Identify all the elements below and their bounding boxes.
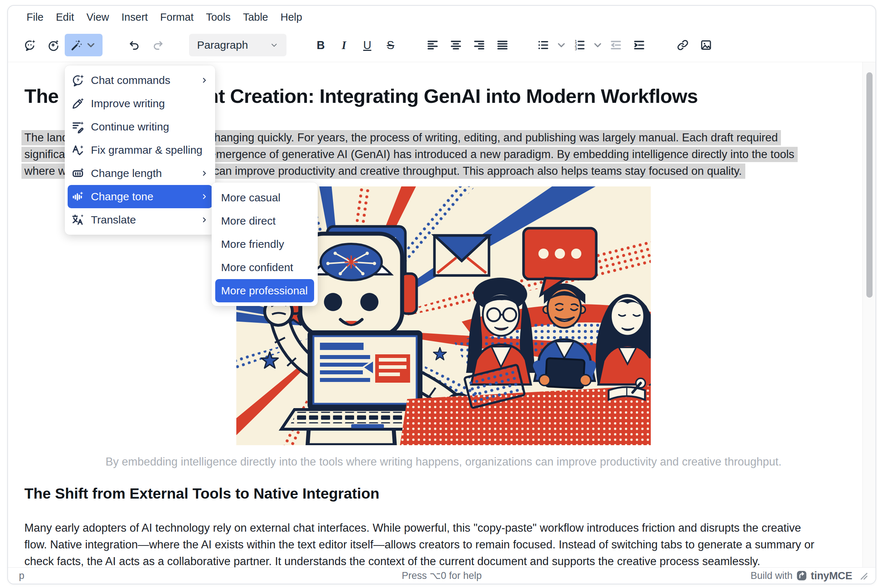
chevron-down-icon <box>592 39 604 51</box>
redo-icon <box>152 39 164 51</box>
align-left-button[interactable] <box>421 34 444 56</box>
align-left-icon <box>427 39 439 51</box>
body-paragraph-line: flow. Native integration—where the AI ex… <box>24 536 863 553</box>
menu-item-label: Chat commands <box>91 74 194 87</box>
ai-chat-icon <box>24 39 36 51</box>
strikethrough-button[interactable]: S <box>379 34 402 56</box>
branding-prefix: Build with <box>751 570 793 582</box>
menu-item-continue-writing[interactable]: Continue writing <box>65 115 215 138</box>
image-caption: By embedding intelligence directly into … <box>24 455 863 468</box>
submenu-item-more-direct[interactable]: More direct <box>212 209 318 232</box>
toolbar: Paragraph B I U S <box>8 28 876 62</box>
menu-item-label: Improve writing <box>91 98 209 110</box>
undo-icon <box>128 39 141 51</box>
menu-item-improve-writing[interactable]: Improve writing <box>65 92 215 115</box>
italic-button[interactable]: I <box>332 34 356 56</box>
format-select[interactable]: Paragraph <box>189 34 287 56</box>
undo-button[interactable] <box>123 34 146 56</box>
italic-icon: I <box>342 40 346 51</box>
submenu-item-more-professional[interactable]: More professional <box>215 279 314 302</box>
branding-name[interactable]: tinyMCE <box>811 570 852 582</box>
chevron-down-icon <box>85 39 97 51</box>
ai-chat-button[interactable] <box>18 34 41 56</box>
menu-item-label: Fix grammar & spelling <box>91 144 209 156</box>
improve-writing-icon <box>71 97 84 110</box>
chevron-down-icon <box>270 41 278 50</box>
numbered-list-icon: 123 <box>573 39 586 51</box>
chevron-right-icon <box>200 192 209 201</box>
align-justify-button[interactable] <box>491 34 514 56</box>
bullet-list-icon <box>537 39 549 51</box>
fix-grammar-icon <box>71 144 84 157</box>
bullet-list-menu-button[interactable] <box>555 34 568 56</box>
bullet-list-button[interactable] <box>532 34 555 56</box>
format-select-value: Paragraph <box>197 39 248 51</box>
submenu-item-more-casual[interactable]: More casual <box>212 186 318 209</box>
menu-item-change-tone[interactable]: Change tone <box>68 185 212 208</box>
chevron-right-icon <box>200 169 209 178</box>
menu-table[interactable]: Table <box>237 9 274 26</box>
menu-tools[interactable]: Tools <box>200 9 237 26</box>
chevron-down-icon <box>555 39 568 51</box>
translate-icon <box>71 213 84 226</box>
outdent-icon <box>610 39 622 51</box>
align-center-button[interactable] <box>444 34 467 56</box>
chat-commands-icon <box>71 74 84 87</box>
numbered-list-menu-button[interactable] <box>591 34 604 56</box>
underline-icon: U <box>363 40 371 51</box>
menu-edit[interactable]: Edit <box>50 9 80 26</box>
menu-view[interactable]: View <box>80 9 115 26</box>
menu-item-label: Continue writing <box>91 121 209 133</box>
resize-grip-icon[interactable] <box>859 572 867 580</box>
outdent-button[interactable] <box>604 34 628 56</box>
image-button[interactable] <box>694 34 718 56</box>
image-icon <box>700 39 712 51</box>
body-paragraph: Many early adopters of AI technology rel… <box>24 520 863 568</box>
numbered-list-button[interactable]: 123 <box>568 34 591 56</box>
body-paragraph-line: check facts, the AI acts as a collaborat… <box>24 553 863 568</box>
ai-wand-button[interactable] <box>65 34 102 56</box>
chevron-right-icon <box>200 216 209 224</box>
indent-button[interactable] <box>628 34 651 56</box>
body-paragraph-line: Many early adopters of AI technology rel… <box>24 520 863 536</box>
menu-item-change-length[interactable]: Change length <box>65 162 215 185</box>
align-center-icon <box>450 39 462 51</box>
ai-shortcuts-icon <box>47 39 59 51</box>
svg-text:3: 3 <box>575 46 577 51</box>
status-bar: p Press ⌥0 for help Build with tinyMCE <box>8 567 876 584</box>
link-icon <box>676 39 689 51</box>
menu-item-label: Change tone <box>91 190 194 203</box>
link-button[interactable] <box>671 34 694 56</box>
submenu-item-more-confident[interactable]: More confident <box>212 256 318 279</box>
scrollbar-track[interactable] <box>862 62 876 568</box>
menu-item-chat-commands[interactable]: Chat commands <box>65 69 215 92</box>
ai-shortcuts-button[interactable] <box>41 34 65 56</box>
ai-wand-icon <box>70 39 83 51</box>
tone-submenu: More casual More direct More friendly Mo… <box>212 182 318 306</box>
continue-writing-icon <box>71 120 84 134</box>
menu-item-translate[interactable]: Translate <box>65 208 215 231</box>
menu-item-fix-grammar[interactable]: Fix grammar & spelling <box>65 138 215 162</box>
indent-icon <box>633 39 645 51</box>
chevron-right-icon <box>200 76 209 85</box>
scrollbar-thumb[interactable] <box>866 72 873 298</box>
strikethrough-icon: S <box>387 40 394 51</box>
menu-item-label: Change length <box>91 167 194 180</box>
underline-button[interactable]: U <box>356 34 379 56</box>
section-heading: The Shift from External Tools to Native … <box>24 485 863 502</box>
align-right-icon <box>473 39 485 51</box>
menu-insert[interactable]: Insert <box>115 9 154 26</box>
envelope <box>434 236 489 276</box>
menu-file[interactable]: File <box>20 9 50 26</box>
ai-dropdown-menu: Chat commands Improve writing Continue w… <box>65 65 215 235</box>
tinymce-logo-icon <box>796 570 807 581</box>
menu-bar: File Edit View Insert Format Tools Table… <box>8 6 876 28</box>
redo-button[interactable] <box>146 34 170 56</box>
submenu-item-more-friendly[interactable]: More friendly <box>212 232 318 256</box>
align-justify-icon <box>496 39 509 51</box>
menu-item-label: Translate <box>91 214 194 226</box>
menu-help[interactable]: Help <box>274 9 308 26</box>
menu-format[interactable]: Format <box>154 9 200 26</box>
align-right-button[interactable] <box>467 34 491 56</box>
bold-button[interactable]: B <box>309 34 332 56</box>
